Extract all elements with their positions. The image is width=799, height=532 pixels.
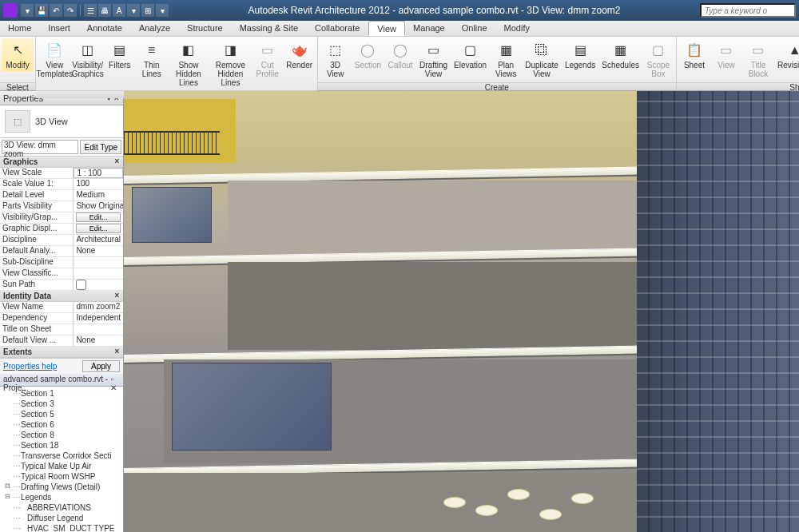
prop-row[interactable]: Sun Path bbox=[0, 280, 123, 291]
3d-viewport[interactable] bbox=[124, 91, 799, 532]
elevation-button[interactable]: ▢Elevation bbox=[451, 38, 490, 71]
edit-type-button[interactable]: Edit Type bbox=[80, 140, 121, 154]
qat-btn[interactable]: ▾ bbox=[127, 4, 140, 17]
prop-checkbox[interactable] bbox=[76, 280, 86, 290]
qat-btn[interactable]: ⊞ bbox=[141, 4, 154, 17]
tree-item[interactable]: ⋯Section 1 bbox=[2, 388, 121, 399]
modify-button[interactable]: ↖Modify bbox=[2, 38, 34, 71]
tab-online[interactable]: Online bbox=[454, 21, 496, 36]
type-selector[interactable]: ⬚ 3D View bbox=[0, 105, 123, 138]
collapse-icon[interactable]: ⨯ bbox=[114, 347, 120, 356]
qat-btn[interactable]: ▾ bbox=[156, 4, 169, 17]
tree-item[interactable]: ⋯Legends bbox=[2, 492, 121, 502]
tab-annotate[interactable]: Annotate bbox=[79, 21, 131, 36]
prop-row[interactable]: View Scale1 : 100 bbox=[0, 168, 123, 179]
tree-item[interactable]: ⋯Drafting Views (Detail) bbox=[2, 482, 121, 492]
plan-button[interactable]: ▦PlanViews bbox=[490, 38, 522, 80]
schedules-button[interactable]: ▦Schedules bbox=[598, 38, 642, 71]
tree-item[interactable]: ⋯Section 5 bbox=[2, 409, 121, 419]
tree-item[interactable]: ⋯Section 18 bbox=[2, 440, 121, 451]
prop-value[interactable]: Architectural bbox=[74, 235, 123, 245]
show-button[interactable]: ◧ShowHidden Lines bbox=[168, 38, 209, 89]
tab-modify[interactable]: Modify bbox=[496, 21, 539, 36]
prop-row[interactable]: Parts VisibilityShow Original bbox=[0, 201, 123, 212]
prop-row[interactable]: DisciplineArchitectural bbox=[0, 235, 123, 246]
drafting-button[interactable]: ▭DraftingView bbox=[416, 38, 451, 80]
prop-row[interactable]: Detail LevelMedium bbox=[0, 190, 123, 201]
tab-home[interactable]: Home bbox=[0, 21, 40, 36]
tab-massing-site[interactable]: Massing & Site bbox=[232, 21, 307, 36]
tree-item[interactable]: ⋯Typical Make Up Air bbox=[2, 461, 121, 471]
prop-section-extents[interactable]: Extents⨯ bbox=[0, 347, 123, 358]
apply-button[interactable]: Apply bbox=[82, 360, 120, 372]
prop-row[interactable]: Sub-Discipline bbox=[0, 257, 123, 268]
collapse-icon[interactable]: ⨯ bbox=[114, 292, 120, 300]
prop-value[interactable]: None bbox=[74, 246, 123, 256]
tab-analyze[interactable]: Analyze bbox=[131, 21, 179, 36]
prop-value[interactable] bbox=[74, 257, 123, 268]
prop-value[interactable]: Medium bbox=[74, 190, 123, 200]
redo-icon[interactable]: ↷ bbox=[64, 4, 77, 17]
prop-value[interactable]: Independent bbox=[74, 313, 123, 324]
prop-value[interactable]: Show Original bbox=[74, 201, 123, 212]
view-button[interactable]: 📄ViewTemplates bbox=[38, 38, 72, 80]
prop-row[interactable]: Visibility/Grap...Edit... bbox=[0, 212, 123, 224]
prop-value[interactable]: 1 : 100 bbox=[74, 168, 123, 178]
qat-btn[interactable]: A bbox=[113, 4, 125, 17]
prop-value[interactable] bbox=[74, 324, 123, 335]
revisions-button[interactable]: ▲Revisions bbox=[774, 38, 799, 71]
thin-button[interactable]: ≡ThinLines bbox=[136, 38, 168, 80]
prop-row[interactable]: Default View ...None bbox=[0, 335, 123, 347]
collapse-icon[interactable]: ⨯ bbox=[114, 157, 120, 166]
prop-row[interactable]: Scale Value 1:100 bbox=[0, 179, 123, 190]
panel-controls[interactable]: ▫ ✕ bbox=[110, 375, 120, 385]
prop-value[interactable]: dmm zoom2 bbox=[74, 302, 123, 312]
qat-btn[interactable]: 🖶 bbox=[98, 4, 111, 17]
app-icon[interactable] bbox=[3, 3, 18, 18]
render-button[interactable]: 🫖Render bbox=[284, 38, 316, 71]
prop-section-identity-data[interactable]: Identity Data⨯ bbox=[0, 291, 123, 302]
tree-item[interactable]: ⋯Section 3 bbox=[2, 399, 121, 409]
prop-value[interactable]: None bbox=[74, 335, 123, 346]
tab-structure[interactable]: Structure bbox=[179, 21, 232, 36]
prop-row[interactable]: DependencyIndependent bbox=[0, 313, 123, 324]
instance-dropdown[interactable]: 3D View: dmm zoom bbox=[2, 140, 78, 154]
prop-value[interactable]: 100 bbox=[74, 179, 123, 189]
remove-button[interactable]: ◨RemoveHidden Lines bbox=[209, 38, 251, 89]
duplicate-button[interactable]: ⿻DuplicateView bbox=[522, 38, 562, 80]
tab-manage[interactable]: Manage bbox=[405, 21, 454, 36]
tree-item[interactable]: ⋯Section 6 bbox=[2, 419, 121, 430]
prop-value[interactable] bbox=[74, 268, 123, 279]
tree-item[interactable]: ⋯ABBREVIATIONS bbox=[2, 502, 121, 513]
tree-item[interactable]: ⋯Diffuser Legend bbox=[2, 513, 121, 523]
tab-insert[interactable]: Insert bbox=[40, 21, 79, 36]
prop-value[interactable] bbox=[74, 280, 123, 290]
tree-item[interactable]: ⋯HVAC_SM_DUCT TYPE bbox=[2, 523, 121, 532]
properties-help-link[interactable]: Properties help bbox=[3, 362, 57, 371]
undo-icon[interactable]: ↶ bbox=[50, 4, 62, 17]
tab-view[interactable]: View bbox=[368, 21, 405, 36]
-d-button[interactable]: ⬚3DView bbox=[320, 38, 352, 80]
prop-row[interactable]: Default Analy...None bbox=[0, 246, 123, 257]
open-icon[interactable]: ▾ bbox=[21, 4, 34, 17]
edit-button[interactable]: Edit... bbox=[76, 224, 121, 233]
tree-item[interactable]: ⋯Transverse Corridor Secti bbox=[2, 451, 121, 461]
prop-row[interactable]: View Namedmm zoom2 bbox=[0, 302, 123, 313]
tree-item[interactable]: ⋯Section 8 bbox=[2, 430, 121, 440]
prop-value[interactable]: Edit... bbox=[74, 224, 123, 234]
edit-button[interactable]: Edit... bbox=[76, 212, 121, 222]
visibility--button[interactable]: ◫Visibility/Graphics bbox=[72, 38, 104, 80]
prop-row[interactable]: Title on Sheet bbox=[0, 324, 123, 335]
prop-section-graphics[interactable]: Graphics⨯ bbox=[0, 157, 123, 168]
filters-button[interactable]: ▤Filters bbox=[104, 38, 136, 71]
sheet-button[interactable]: 📋Sheet bbox=[678, 38, 710, 71]
prop-row[interactable]: View Classific... bbox=[0, 268, 123, 280]
legends-button[interactable]: ▤Legends bbox=[562, 38, 598, 71]
qat-btn[interactable]: ☰ bbox=[84, 4, 97, 17]
prop-row[interactable]: Graphic Displ...Edit... bbox=[0, 224, 123, 235]
help-search-input[interactable] bbox=[700, 3, 796, 18]
tab-collaborate[interactable]: Collaborate bbox=[307, 21, 368, 36]
prop-value[interactable]: Edit... bbox=[74, 212, 123, 223]
save-icon[interactable]: 💾 bbox=[35, 4, 48, 17]
tree-item[interactable]: ⋯Typical Room WSHP bbox=[2, 471, 121, 482]
